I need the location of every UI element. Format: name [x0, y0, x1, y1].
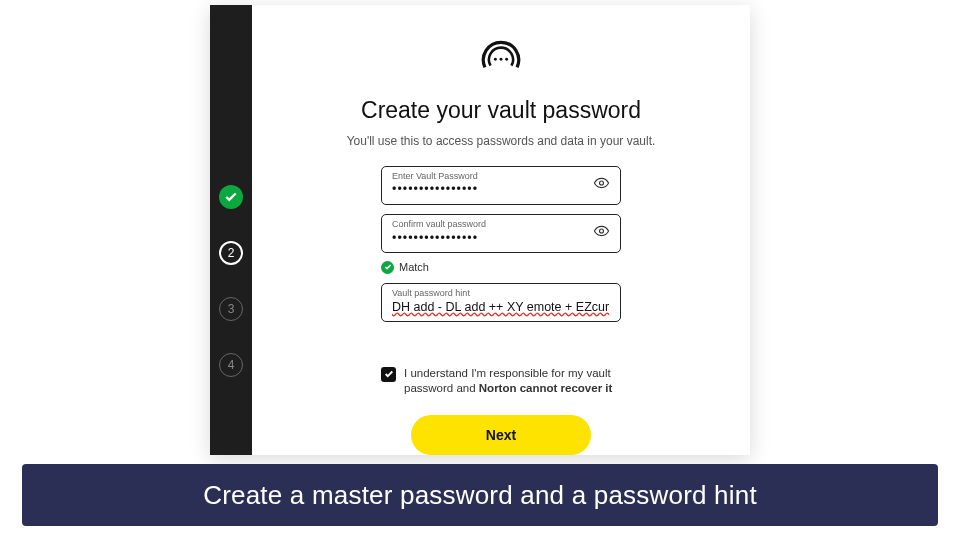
hint-label: Vault password hint: [392, 289, 610, 299]
step-2-active: 2: [219, 241, 243, 265]
confirm-value: ••••••••••••••••: [392, 230, 610, 246]
svg-point-2: [505, 58, 508, 61]
toggle-confirm-visibility-icon[interactable]: [593, 223, 610, 244]
confirm-password-field[interactable]: Confirm vault password ••••••••••••••••: [381, 214, 621, 253]
consent-bold: Norton cannot recover it: [479, 382, 613, 394]
password-value: ••••••••••••••••: [392, 181, 610, 197]
setup-window: 2 3 4 Create your vault password You'll …: [210, 5, 750, 455]
hint-field[interactable]: Vault password hint DH add - DL add ++ X…: [381, 283, 621, 322]
page-title: Create your vault password: [361, 97, 641, 124]
hint-value: DH add - DL add ++ XY emote + EZcur: [392, 299, 610, 315]
svg-point-4: [600, 229, 604, 233]
vault-icon: [475, 40, 527, 79]
page-subtitle: You'll use this to access passwords and …: [347, 134, 656, 148]
check-icon: [384, 369, 394, 379]
caption-text: Create a master password and a password …: [203, 480, 757, 511]
consent-text: I understand I'm responsible for my vaul…: [404, 366, 621, 397]
toggle-password-visibility-icon[interactable]: [593, 175, 610, 196]
password-label: Enter Vault Password: [392, 172, 610, 182]
match-label: Match: [399, 261, 429, 273]
match-check-icon: [381, 261, 394, 274]
consent-checkbox[interactable]: [381, 367, 396, 382]
caption-bar: Create a master password and a password …: [22, 464, 938, 526]
step-1-done: [219, 185, 243, 209]
svg-point-0: [494, 58, 497, 61]
step-sidebar: 2 3 4: [210, 5, 252, 455]
svg-point-1: [500, 58, 503, 61]
check-icon: [224, 190, 238, 204]
step-3-pending: 3: [219, 297, 243, 321]
consent-row: I understand I'm responsible for my vaul…: [381, 366, 621, 397]
svg-point-3: [600, 181, 604, 185]
main-content: Create your vault password You'll use th…: [252, 5, 750, 455]
step-4-pending: 4: [219, 353, 243, 377]
confirm-label: Confirm vault password: [392, 220, 610, 230]
password-field[interactable]: Enter Vault Password ••••••••••••••••: [381, 166, 621, 205]
next-button[interactable]: Next: [411, 415, 591, 455]
match-indicator: Match: [381, 261, 621, 274]
